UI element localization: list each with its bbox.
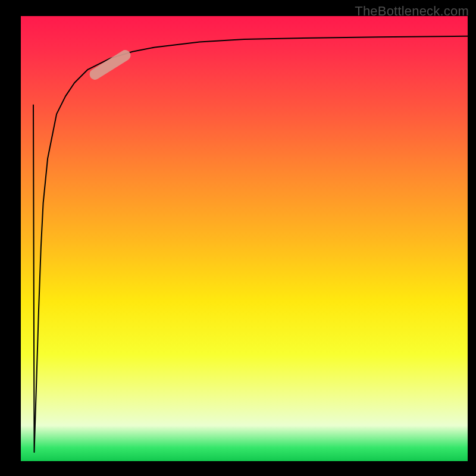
bottleneck-curve (21, 16, 468, 461)
plot-area (21, 16, 468, 461)
chart-container: TheBottleneck.com (0, 0, 476, 476)
